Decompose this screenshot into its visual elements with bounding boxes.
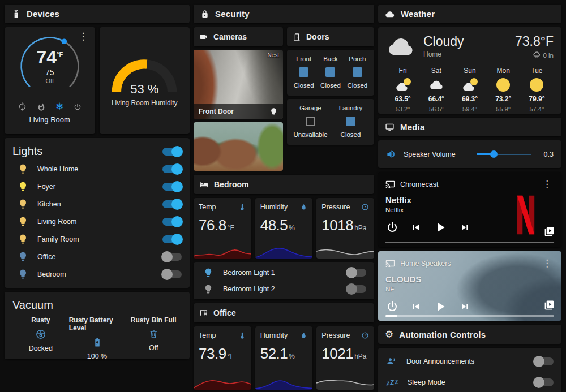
play-icon[interactable] xyxy=(433,299,448,314)
browse-media-icon[interactable] xyxy=(544,300,555,311)
front-door-camera[interactable]: Nest Front Door xyxy=(194,50,283,119)
light-toggle[interactable] xyxy=(162,253,182,261)
light-row[interactable]: Bedroom xyxy=(12,265,182,283)
door-entity[interactable]: Garage Unavailable xyxy=(290,105,331,138)
light-row[interactable]: Bedroom Light 2 xyxy=(201,282,366,296)
humidity-sensor-card[interactable]: Humidity 48.5% xyxy=(255,198,313,259)
battery-charging-icon xyxy=(92,337,103,348)
light-toggle[interactable] xyxy=(162,183,182,191)
column-left: Devices ⋮ 74°F 75 Off xyxy=(5,5,190,387)
player-device-name: Chromecast xyxy=(400,180,535,188)
hvac-cool-icon[interactable]: ❄ xyxy=(55,102,63,111)
column-middle: Security Cameras Nest Front Door xyxy=(194,5,374,387)
volume-slider[interactable] xyxy=(477,150,531,158)
media-header: Media xyxy=(378,118,561,136)
light-toggle[interactable] xyxy=(347,269,366,277)
volume-slider-knob[interactable] xyxy=(490,150,498,158)
doors-main-card: Front Closed Back Closed Porch Cl xyxy=(287,50,374,96)
office-sensors: Temp 73.9°F Humidity 52.1% xyxy=(194,326,374,390)
bulb-icon[interactable] xyxy=(269,107,278,116)
light-row[interactable]: Whole Home xyxy=(12,160,182,178)
hvac-off-icon[interactable] xyxy=(73,102,82,111)
cast-icon xyxy=(385,259,395,268)
thermostat-name: Living Room xyxy=(29,115,70,124)
light-toggle[interactable] xyxy=(162,270,182,278)
skip-next-icon[interactable] xyxy=(459,301,470,312)
vacuum-entity[interactable]: Rusty Docked xyxy=(12,316,69,360)
automation-row[interactable]: Door Announcements xyxy=(386,354,554,370)
light-toggle[interactable] xyxy=(162,165,182,173)
light-row[interactable]: Family Room xyxy=(12,230,182,248)
thermostat-modes: ❄ xyxy=(18,102,82,111)
robot-vacuum-icon xyxy=(35,329,46,340)
speaker-icon xyxy=(386,149,397,160)
door-closed-indicator xyxy=(353,67,362,77)
automation-toggle[interactable] xyxy=(534,378,554,386)
light-row[interactable]: Kitchen xyxy=(12,195,182,213)
automation-title: Automation Controls xyxy=(399,330,486,339)
pressure-sensor-card[interactable]: Pressure 1018hPa xyxy=(316,198,374,259)
player-menu-icon[interactable]: ⋮ xyxy=(540,178,554,190)
light-row[interactable]: Bedroom Light 1 xyxy=(201,266,366,280)
thermostat-dial[interactable]: 74°F 75 Off xyxy=(15,32,84,101)
player-menu-icon[interactable]: ⋮ xyxy=(540,257,554,269)
door-entity[interactable]: Laundry Closed xyxy=(331,105,371,138)
media-progress-bar[interactable] xyxy=(385,242,554,243)
rain-cloud-icon xyxy=(533,51,541,59)
vacuum-entity[interactable]: Rusty Bin Full Off xyxy=(125,316,182,360)
devices-title: Devices xyxy=(27,9,59,19)
thermostat-hvac-state: Off xyxy=(46,77,54,84)
trash-can-icon xyxy=(148,329,159,339)
chromecast-player-card[interactable]: Chromecast ⋮ Netflix Netflix xyxy=(378,172,561,247)
forecast-day: Sat 66.4° 56.5° xyxy=(419,67,453,113)
light-toggle[interactable] xyxy=(162,200,182,208)
light-toggle[interactable] xyxy=(162,218,182,226)
vacuum-entity[interactable]: Rusty Battery Level 100 % xyxy=(69,316,126,360)
skip-next-icon[interactable] xyxy=(459,222,470,233)
pressure-sensor-card[interactable]: Pressure 1021hPa xyxy=(316,326,374,390)
devices-row: ⋮ 74°F 75 Off xyxy=(5,27,190,134)
cameras-column: Cameras Nest Front Door xyxy=(194,27,283,171)
forecast-day: Mon 73.2° 55.9° xyxy=(487,67,520,113)
gauge-icon xyxy=(361,331,369,339)
cloudy-icon xyxy=(386,35,415,58)
skip-previous-icon[interactable] xyxy=(410,301,422,312)
thermostat-card[interactable]: ⋮ 74°F 75 Off xyxy=(5,27,95,134)
power-icon[interactable] xyxy=(385,300,399,313)
skip-previous-icon[interactable] xyxy=(410,222,422,233)
lights-master-toggle[interactable] xyxy=(162,148,182,156)
lights-title: Lights xyxy=(12,145,42,158)
hvac-heat-icon[interactable] xyxy=(37,102,46,111)
bulb-icon xyxy=(17,199,28,210)
media-title-text: CLOUDS xyxy=(385,274,554,284)
door-entity[interactable]: Back Closed xyxy=(317,55,344,89)
door-entity[interactable]: Front Closed xyxy=(290,55,317,89)
office-header: Office xyxy=(194,303,374,322)
humidity-sensor-card[interactable]: Humidity 52.1% xyxy=(255,326,313,390)
temp-sensor-card[interactable]: Temp 73.9°F xyxy=(194,326,251,390)
home-speakers-player-card[interactable]: Home Speakers ⋮ CLOUDS NF xyxy=(378,251,561,321)
bulb-icon xyxy=(17,251,28,262)
hvac-auto-icon[interactable] xyxy=(18,102,27,111)
light-toggle[interactable] xyxy=(162,235,182,243)
doors-column: Doors Front Closed Back Closed xyxy=(287,27,374,171)
temp-sensor-card[interactable]: Temp 76.8°F xyxy=(194,198,251,259)
automation-toggle[interactable] xyxy=(534,357,554,365)
light-row[interactable]: Living Room xyxy=(12,213,182,230)
light-row[interactable]: Office xyxy=(12,248,182,265)
play-icon[interactable] xyxy=(433,220,448,235)
media-progress-bar[interactable] xyxy=(385,315,554,317)
light-row[interactable]: Foyer xyxy=(12,178,182,195)
power-icon[interactable] xyxy=(385,221,399,234)
light-toggle[interactable] xyxy=(347,285,366,293)
automation-row[interactable]: zZz Sleep Mode xyxy=(386,374,554,391)
weather-card[interactable]: Cloudy Home 73.8°F 0 in Fri xyxy=(378,27,561,114)
thermostat-target-temp: 75 xyxy=(45,68,54,77)
aquarium-camera[interactable] xyxy=(194,122,283,171)
remote-icon xyxy=(11,9,21,19)
browse-media-icon[interactable] xyxy=(544,226,555,237)
humidity-gauge-card[interactable]: 53 % Living Room Humidity xyxy=(100,27,190,134)
bedroom-header: Bedroom xyxy=(194,175,374,194)
devices-header: Devices xyxy=(5,5,190,23)
door-entity[interactable]: Porch Closed xyxy=(344,55,371,89)
